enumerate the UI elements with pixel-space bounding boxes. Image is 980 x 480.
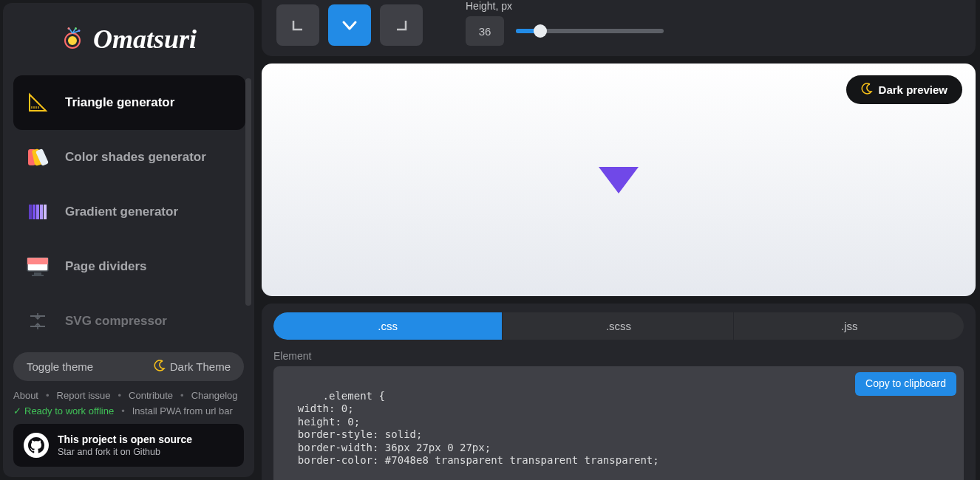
svg-point-4 — [78, 30, 80, 32]
triangle-ruler-icon — [27, 92, 49, 114]
link-install-pwa[interactable]: Install PWA from url bar — [132, 405, 233, 416]
tab-jss[interactable]: .jss — [735, 312, 964, 340]
height-label: Height, px — [466, 0, 664, 12]
dark-preview-label: Dark preview — [879, 83, 947, 96]
sidebar-item-label: SVG compressor — [65, 314, 167, 329]
sidebar-item-svg-compressor[interactable]: SVG compressor — [13, 294, 245, 343]
moon-icon — [154, 360, 166, 374]
sidebar-scrollbar[interactable] — [245, 78, 251, 306]
link-report-issue[interactable]: Report issue — [57, 390, 111, 401]
sidebar-item-triangle-generator[interactable]: Triangle generator — [13, 75, 245, 130]
svg-rect-10 — [36, 205, 39, 219]
theme-toggle-label: Toggle theme — [27, 360, 93, 373]
svg-rect-16 — [32, 275, 44, 276]
code-line: border-width: 36px 27px 0 27px; — [285, 442, 491, 453]
svg-rect-15 — [34, 272, 41, 275]
code-tabs: .css .scss .jss — [273, 312, 964, 340]
dark-preview-button[interactable]: Dark preview — [846, 75, 962, 104]
svg-rect-11 — [40, 205, 43, 219]
sidebar-item-page-dividers[interactable]: Page dividers — [13, 239, 245, 294]
code-line: width: 0; — [285, 402, 354, 414]
height-slider[interactable] — [516, 29, 664, 33]
sidebar-item-label: Page dividers — [65, 259, 147, 274]
brand-logo-icon — [61, 27, 84, 51]
svg-rect-8 — [29, 205, 32, 219]
gradient-bars-icon — [27, 201, 49, 223]
code-block: Copy to clipboard.element { width: 0; he… — [273, 366, 964, 480]
brand-name: Omatsuri — [93, 24, 197, 55]
footer-links-2: ✓Ready to work offline Install PWA from … — [13, 405, 244, 416]
toolbar: Height, px — [262, 0, 976, 56]
copy-button[interactable]: Copy to clipboard — [855, 372, 956, 396]
github-icon — [24, 433, 49, 458]
svg-rect-12 — [44, 205, 47, 219]
element-label: Element — [273, 350, 964, 362]
svg-rect-9 — [33, 205, 35, 219]
height-input[interactable] — [466, 16, 504, 46]
brand: Omatsuri — [3, 3, 254, 69]
sidebar: Omatsuri Triangle generator Color shades… — [3, 3, 254, 477]
link-contribute[interactable]: Contribute — [129, 390, 173, 401]
code-line: height: 0; — [285, 416, 360, 428]
sidebar-item-label: Gradient generator — [65, 205, 178, 219]
theme-current: Dark Theme — [170, 360, 231, 373]
github-card[interactable]: This project is open source Star and for… — [13, 424, 244, 467]
link-about[interactable]: About — [13, 390, 38, 401]
svg-rect-14 — [27, 258, 48, 264]
code-line: border-style: solid; — [285, 428, 422, 440]
direction-bottom-right-button[interactable] — [380, 4, 423, 46]
monitor-icon — [27, 256, 49, 278]
link-changelog[interactable]: Changelog — [191, 390, 238, 401]
swatch-icon — [27, 146, 49, 168]
theme-toggle[interactable]: Toggle theme Dark Theme — [13, 352, 244, 381]
height-control: Height, px — [466, 0, 664, 46]
sidebar-item-label: Color shades generator — [65, 150, 206, 165]
footer-links: About Report issue Contribute Changelog — [13, 390, 244, 401]
preview-panel: Dark preview — [262, 64, 976, 296]
triangle-preview — [599, 167, 639, 193]
direction-bottom-left-button[interactable] — [276, 4, 319, 46]
code-line: border-color: #7048e8 transparent transp… — [285, 454, 659, 466]
main: Height, px Dark preview .css .scss .jss … — [254, 0, 980, 480]
slider-thumb[interactable] — [534, 24, 547, 38]
github-title: This project is open source — [58, 433, 192, 445]
svg-point-2 — [67, 27, 69, 30]
svg-point-1 — [68, 36, 77, 45]
sidebar-footer: Toggle theme Dark Theme About Report iss… — [3, 343, 254, 477]
sidebar-nav: Triangle generator Color shades generato… — [3, 69, 254, 343]
github-subtitle: Star and fork it on Github — [58, 447, 192, 457]
moon-icon — [861, 83, 873, 97]
tab-scss[interactable]: .scss — [504, 312, 733, 340]
sidebar-item-label: Triangle generator — [65, 95, 174, 110]
offline-status: ✓Ready to work offline — [13, 405, 114, 416]
direction-down-button[interactable] — [328, 4, 371, 46]
code-panel: .css .scss .jss Element Copy to clipboar… — [262, 304, 976, 480]
github-text: This project is open source Star and for… — [58, 433, 192, 457]
tab-css[interactable]: .css — [273, 312, 503, 340]
sidebar-item-color-shades[interactable]: Color shades generator — [13, 130, 245, 185]
svg-point-3 — [75, 27, 77, 30]
compress-icon — [27, 310, 49, 332]
code-line: .element { — [323, 390, 385, 402]
sidebar-item-gradient-generator[interactable]: Gradient generator — [13, 185, 245, 239]
